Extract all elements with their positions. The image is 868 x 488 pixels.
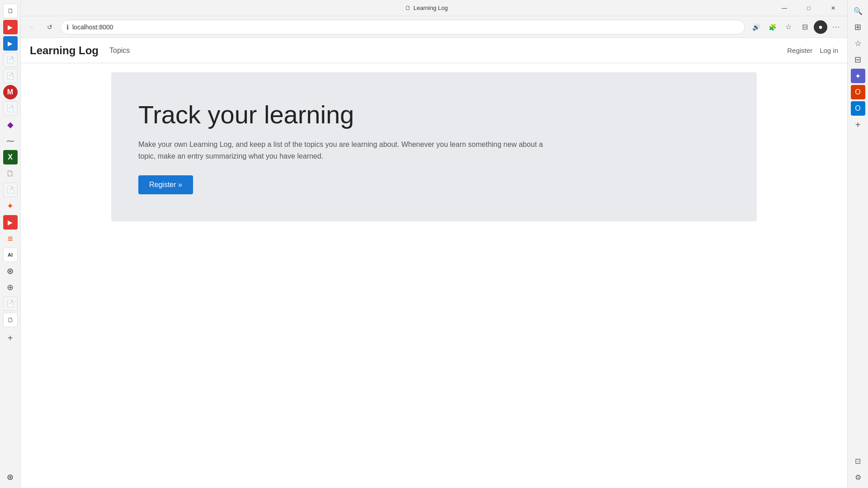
more-options-icon[interactable]: ··· <box>829 20 844 34</box>
refresh-button[interactable]: ↺ <box>42 20 57 34</box>
maximize-button[interactable]: □ <box>798 0 819 16</box>
minimize-button[interactable]: — <box>774 0 795 16</box>
read-aloud-icon[interactable]: 🔊 <box>749 20 763 34</box>
ext-icon-stack[interactable]: ≡ <box>3 231 18 246</box>
ext-icon-pdf3[interactable]: 📄 <box>3 101 18 116</box>
sidebar-settings-icon[interactable]: ⚙ <box>851 470 865 484</box>
security-info-icon: ℹ <box>66 23 69 31</box>
app-navbar: Learning Log Topics Register Log in <box>21 38 847 63</box>
url-text: localhost:8000 <box>72 23 739 31</box>
register-nav-link[interactable]: Register <box>787 47 812 54</box>
page-footer-spacer <box>21 230 847 411</box>
toolbar-icons: 🔊 🧩 ☆ ⊟ ● ··· <box>749 20 844 34</box>
split-screen-icon[interactable]: ⊡ <box>851 454 865 468</box>
topics-nav-link[interactable]: Topics <box>109 47 130 55</box>
title-bar-center: 🗋 Learning Log <box>405 5 448 11</box>
sidebar-search-icon[interactable]: 🔍 <box>851 4 865 18</box>
ext-icon-google[interactable]: ⊕ <box>3 280 18 295</box>
sidebar-outlook-icon[interactable]: O <box>851 101 865 116</box>
window-controls: — □ ✕ <box>774 0 844 16</box>
hero-register-button[interactable]: Register » <box>138 175 193 194</box>
left-extension-sidebar: 🗋 ▶ ▶ 📄 📄 M 📄 ◆ ⁓ X 🗋 📄 ✦ ▶ ≡ AI ⊛ ⊕ 📄 🗋… <box>0 0 21 488</box>
collections-icon[interactable]: ⊟ <box>797 20 812 34</box>
ext-icon-m[interactable]: M <box>3 85 18 99</box>
ext-icon-youtube1[interactable]: ▶ <box>3 20 18 34</box>
ext-icon-pdf5[interactable]: 📄 <box>3 296 18 311</box>
navbar-left: Learning Log Topics <box>30 44 130 57</box>
ext-icon-pdf1[interactable]: 📄 <box>3 52 18 67</box>
close-button[interactable]: ✕ <box>823 0 844 16</box>
page-content: Learning Log Topics Register Log in Trac… <box>21 38 847 488</box>
browser-extensions-icon[interactable]: 🧩 <box>765 20 779 34</box>
address-bar-row: ← ↺ ℹ localhost:8000 🔊 🧩 ☆ ⊟ ● ··· <box>21 16 847 38</box>
title-bar: 🗋 Learning Log — □ ✕ <box>21 0 847 16</box>
hero-title: Track your learning <box>138 99 730 130</box>
address-bar[interactable]: ℹ localhost:8000 <box>61 20 745 34</box>
back-button[interactable]: ← <box>24 20 39 34</box>
ext-icon-youtube2[interactable]: ▶ <box>3 215 18 230</box>
ext-icon-ai[interactable]: AI <box>3 248 18 262</box>
ext-icon-github2[interactable]: ⊛ <box>3 470 18 484</box>
navbar-right: Register Log in <box>787 47 838 54</box>
ext-icon-pdf4[interactable]: 📄 <box>3 183 18 197</box>
sidebar-add-icon[interactable]: + <box>851 117 865 132</box>
favorites-icon[interactable]: ☆ <box>781 20 796 34</box>
ext-icon-excel[interactable]: X <box>3 150 18 164</box>
ext-icon-gem[interactable]: ◆ <box>3 117 18 132</box>
ext-icon-file1[interactable]: 🗋 <box>3 166 18 181</box>
ext-icon-pdf2[interactable]: 📄 <box>3 69 18 83</box>
hero-section: Track your learning Make your own Learni… <box>111 72 757 221</box>
profile-avatar[interactable]: ● <box>814 20 827 34</box>
ext-icon-github1[interactable]: ⊛ <box>3 264 18 278</box>
sidebar-workspaces-icon[interactable]: ⊟ <box>851 52 865 67</box>
ext-icon-play[interactable]: ▶ <box>3 36 18 51</box>
tab-title: Learning Log <box>414 5 448 11</box>
ext-icon-spiral[interactable]: ⁓ <box>3 134 18 148</box>
sidebar-copilot-icon[interactable]: ✦ <box>851 69 865 83</box>
hero-description: Make your own Learning Log, and keep a l… <box>138 139 545 162</box>
add-extension-button[interactable]: + <box>3 331 18 345</box>
app-title-link[interactable]: Learning Log <box>30 44 99 57</box>
right-sidebar-bottom: ⊡ ⚙ <box>851 454 865 488</box>
tab-page-icon: 🗋 <box>405 5 411 11</box>
ext-icon-doc2[interactable]: 🗋 <box>3 313 18 327</box>
sidebar-favorites-icon[interactable]: ☆ <box>851 36 865 51</box>
ext-icon-magic[interactable]: ✦ <box>3 199 18 213</box>
right-browser-sidebar: 🔍 ⊞ ☆ ⊟ ✦ O O + ⊡ ⚙ <box>847 0 868 488</box>
sidebar-collections-icon[interactable]: ⊞ <box>851 20 865 34</box>
login-nav-link[interactable]: Log in <box>820 47 838 54</box>
ext-icon-doc[interactable]: 🗋 <box>3 4 18 18</box>
sidebar-office-icon[interactable]: O <box>851 85 865 99</box>
